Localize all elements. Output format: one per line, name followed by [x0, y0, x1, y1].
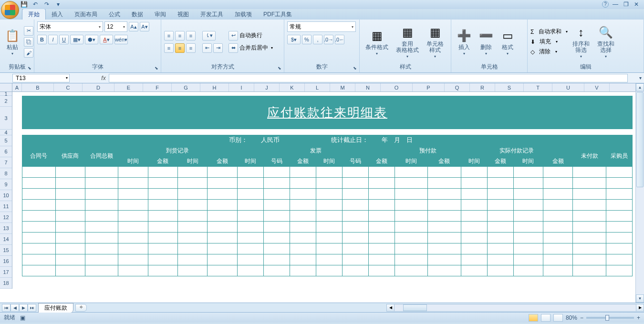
- table-cell[interactable]: [55, 222, 85, 233]
- table-cell[interactable]: [22, 211, 56, 222]
- row-header[interactable]: 10: [0, 190, 12, 201]
- percent-icon[interactable]: %: [302, 35, 312, 44]
- table-cell[interactable]: [461, 265, 487, 276]
- table-cell[interactable]: [237, 243, 263, 254]
- table-cell[interactable]: [428, 233, 461, 243]
- redo-icon[interactable]: ↷: [43, 0, 51, 8]
- table-cell[interactable]: [118, 189, 148, 200]
- table-cell[interactable]: [395, 222, 428, 233]
- table-cell[interactable]: [118, 211, 148, 222]
- zoom-in-icon[interactable]: +: [637, 314, 640, 321]
- table-cell[interactable]: [85, 233, 118, 243]
- delete-cells-button[interactable]: ➖删除▾: [476, 27, 496, 57]
- table-cell[interactable]: [316, 233, 342, 243]
- row-header[interactable]: 2: [0, 96, 12, 107]
- table-cell[interactable]: [368, 222, 395, 233]
- table-cell[interactable]: [148, 178, 177, 189]
- number-format-combo[interactable]: 常规▾: [287, 21, 356, 32]
- table-cell[interactable]: [395, 178, 428, 189]
- save-icon[interactable]: 💾: [20, 0, 28, 8]
- table-cell[interactable]: [342, 200, 368, 211]
- font-color-button[interactable]: A▾: [100, 35, 113, 44]
- table-row[interactable]: [22, 243, 633, 254]
- table-cell[interactable]: [290, 178, 316, 189]
- table-cell[interactable]: [208, 265, 237, 276]
- table-cell[interactable]: [368, 254, 395, 265]
- copy-icon[interactable]: ⿻: [24, 37, 33, 47]
- table-cell[interactable]: [428, 189, 461, 200]
- undo-icon[interactable]: ↶: [31, 0, 39, 8]
- hscroll-right-icon[interactable]: ▶: [636, 304, 644, 311]
- table-cell[interactable]: [177, 233, 207, 243]
- table-cell[interactable]: [316, 265, 342, 276]
- table-cell[interactable]: [316, 200, 342, 211]
- table-cell[interactable]: [395, 189, 428, 200]
- table-cell[interactable]: [487, 254, 513, 265]
- col-header[interactable]: V: [584, 83, 610, 91]
- table-cell[interactable]: [513, 211, 543, 222]
- table-cell[interactable]: [177, 200, 207, 211]
- table-cell[interactable]: [85, 211, 118, 222]
- table-cell[interactable]: [177, 254, 207, 265]
- table-cell[interactable]: [85, 243, 118, 254]
- table-cell[interactable]: [55, 233, 85, 243]
- table-cell[interactable]: [606, 233, 632, 243]
- sort-filter-button[interactable]: ↕排序和 筛选▾: [570, 24, 592, 60]
- row-header[interactable]: 1: [0, 92, 12, 96]
- tab-prev-icon[interactable]: ◀: [10, 304, 19, 312]
- table-cell[interactable]: [237, 178, 263, 189]
- table-cell[interactable]: [461, 254, 487, 265]
- col-header[interactable]: N: [355, 83, 381, 91]
- table-cell[interactable]: [342, 265, 368, 276]
- table-cell[interactable]: [148, 200, 177, 211]
- table-cell[interactable]: [237, 189, 263, 200]
- font-size-combo[interactable]: 12▾: [104, 21, 127, 32]
- accounting-format-icon[interactable]: $▾: [287, 35, 301, 44]
- table-cell[interactable]: [487, 189, 513, 200]
- table-cell[interactable]: [573, 254, 606, 265]
- hscroll-thumb[interactable]: [403, 304, 427, 311]
- table-cell[interactable]: [208, 222, 237, 233]
- help-icon[interactable]: ?: [602, 1, 609, 8]
- table-cell[interactable]: [543, 222, 573, 233]
- scroll-down-icon[interactable]: ▼: [636, 294, 644, 303]
- row-header[interactable]: 12: [0, 212, 12, 223]
- table-cell[interactable]: [290, 233, 316, 243]
- col-header[interactable]: A: [12, 83, 22, 91]
- table-cell[interactable]: [22, 222, 56, 233]
- table-cell[interactable]: [237, 265, 263, 276]
- col-header[interactable]: B: [22, 83, 54, 91]
- table-cell[interactable]: [543, 189, 573, 200]
- number-launcher-icon[interactable]: ⬊: [352, 65, 358, 71]
- row-header[interactable]: 3: [0, 107, 12, 130]
- table-cell[interactable]: [513, 222, 543, 233]
- table-cell[interactable]: [487, 265, 513, 276]
- table-row[interactable]: [22, 211, 633, 222]
- table-cell[interactable]: [177, 178, 207, 189]
- table-cell[interactable]: [487, 211, 513, 222]
- table-cell[interactable]: [573, 265, 606, 276]
- table-cell[interactable]: [208, 254, 237, 265]
- table-cell[interactable]: [316, 178, 342, 189]
- align-middle-icon[interactable]: ≡: [175, 31, 185, 40]
- col-header[interactable]: G: [172, 83, 200, 91]
- table-cell[interactable]: [22, 189, 56, 200]
- bold-button[interactable]: B: [37, 35, 47, 44]
- table-cell[interactable]: [513, 265, 543, 276]
- table-cell[interactable]: [395, 265, 428, 276]
- table-cell[interactable]: [22, 233, 56, 243]
- row-header[interactable]: 16: [0, 256, 12, 267]
- row-header[interactable]: 17: [0, 267, 12, 278]
- table-cell[interactable]: [487, 200, 513, 211]
- new-sheet-icon[interactable]: ✧: [75, 304, 87, 312]
- row-header[interactable]: 8: [0, 168, 12, 179]
- table-cell[interactable]: [606, 254, 632, 265]
- table-cell[interactable]: [428, 222, 461, 233]
- expand-formula-bar-icon[interactable]: ▾: [636, 75, 644, 81]
- align-top-icon[interactable]: ≡: [164, 31, 174, 40]
- col-header[interactable]: U: [552, 83, 584, 91]
- table-cell[interactable]: [177, 265, 207, 276]
- table-cell[interactable]: [237, 200, 263, 211]
- col-header[interactable]: I: [229, 83, 254, 91]
- table-cell[interactable]: [513, 189, 543, 200]
